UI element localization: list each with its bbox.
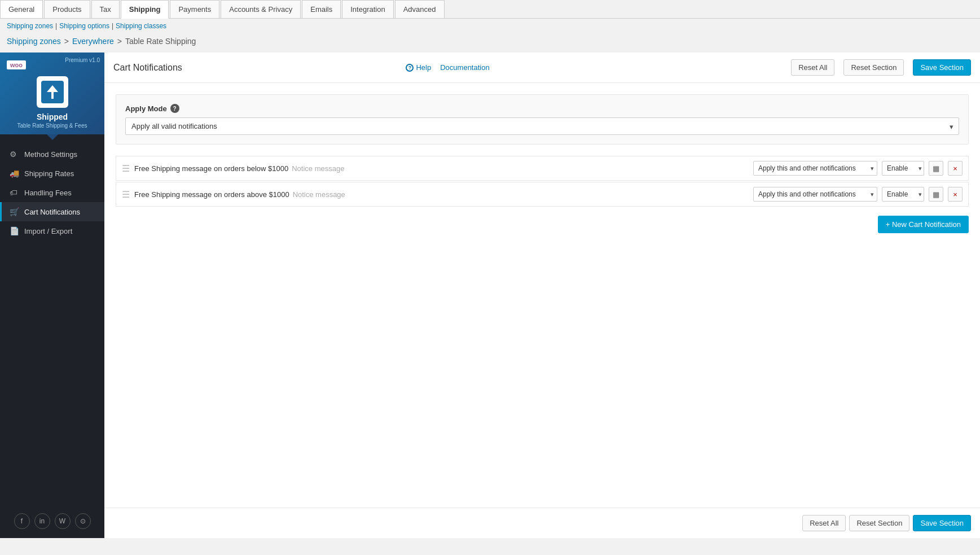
tab-shipping[interactable]: Shipping [121,0,169,19]
tab-tax[interactable]: Tax [91,0,120,18]
page-breadcrumb: Shipping zones>Everywhere>Table Rate Shi… [0,33,980,53]
notif-apply-select-1[interactable]: Apply this and other notificationsApply … [753,187,877,202]
bottom-reset-all-button[interactable]: Reset All [802,515,846,531]
facebook-icon[interactable]: f [14,513,30,529]
cart-icon: 🛒 [10,207,19,216]
notif-apply-wrapper-0: Apply this and other notificationsApply … [753,161,877,176]
help-link[interactable]: ? Help [406,63,431,72]
notif-copy-button-0[interactable]: ▦ [929,161,943,176]
sidebar-footer: f in W ⊙ [0,504,104,538]
wordpress-icon[interactable]: W [55,513,71,529]
sidebar-item-label-method-settings: Method Settings [24,150,77,159]
notif-delete-button-0[interactable]: × [948,161,963,176]
sidebar-item-cart-notifications[interactable]: 🛒Cart Notifications [0,202,104,221]
file-icon: 📄 [10,226,19,235]
bottom-bar: Reset All Reset Section Save Section [104,508,980,538]
page-breadcrumb-shipping-zones[interactable]: Shipping zones [7,37,61,46]
tab-payments[interactable]: Payments [170,0,219,18]
drag-handle-1[interactable]: ☰ [122,189,130,200]
help-circle-icon: ? [406,64,414,72]
sidebar-header: woo Premium v1.0 Shipped Table Rate Ship… [0,53,104,134]
sidebar-logo [37,76,68,108]
apply-mode-select-wrapper: Apply all valid notificationsApply first… [125,117,959,135]
bottom-save-section-button[interactable]: Save Section [913,515,971,531]
notification-list: ☰Free Shipping message on orders below $… [116,156,969,207]
sidebar-item-shipping-rates[interactable]: 🚚Shipping Rates [0,164,104,183]
apply-mode-label: Apply Mode ? [125,104,959,113]
notification-row-1: ☰Free Shipping message on orders above $… [116,182,969,207]
main-layout: woo Premium v1.0 Shipped Table Rate Ship… [0,53,980,538]
premium-badge: Premium v1.0 [65,57,100,63]
notif-apply-wrapper-1: Apply this and other notificationsApply … [753,187,877,202]
notif-delete-button-1[interactable]: × [948,187,963,202]
tab-emails[interactable]: Emails [302,0,341,18]
breadcrumb-link-2[interactable]: Shipping classes [116,22,166,30]
notification-type-1: Notice message [293,190,345,199]
drag-handle-0[interactable]: ☰ [122,163,130,174]
notif-enable-wrapper-0: EnableDisable▾ [882,161,924,176]
breadcrumb-sep-0: | [55,22,57,30]
notification-type-0: Notice message [292,164,344,173]
notification-text-0: Free Shipping message on orders below $1… [134,164,749,173]
tab-integration[interactable]: Integration [342,0,393,18]
page-breadcrumb-sep1: > [64,37,69,46]
notification-main-text-0: Free Shipping message on orders below $1… [134,164,288,173]
sidebar-item-method-settings[interactable]: ⚙Method Settings [0,145,104,164]
page-breadcrumb-current: Table Rate Shipping [125,37,196,46]
notification-row-0: ☰Free Shipping message on orders below $… [116,156,969,181]
apply-mode-help-icon[interactable]: ? [170,104,179,113]
save-section-button[interactable]: Save Section [913,59,971,76]
woo-badge: woo [7,60,26,69]
add-notification-container: + New Cart Notification [116,216,969,233]
sidebar-item-handling-fees[interactable]: 🏷Handling Fees [0,183,104,202]
gear-icon: ⚙ [10,150,19,159]
section-title: Cart Notifications [113,63,397,73]
plugin-name: Shipped [7,112,98,121]
instagram-icon[interactable]: ⊙ [75,513,91,529]
section-header: Cart Notifications ? Help Documentation … [104,53,980,83]
sidebar-arrow [47,134,58,140]
notification-text-1: Free Shipping message on orders above $1… [134,190,749,199]
apply-mode-text: Apply Mode [125,104,167,113]
truck-icon: 🚚 [10,169,19,178]
notif-enable-select-0[interactable]: EnableDisable [882,161,924,176]
linkedin-icon[interactable]: in [34,513,50,529]
reset-all-button[interactable]: Reset All [791,59,834,76]
documentation-link[interactable]: Documentation [440,63,489,72]
notification-main-text-1: Free Shipping message on orders above $1… [134,190,289,199]
notif-enable-select-1[interactable]: EnableDisable [882,187,924,202]
content-area: Cart Notifications ? Help Documentation … [104,53,980,538]
breadcrumb-links: Shipping zones | Shipping options | Ship… [0,19,980,33]
add-notification-button[interactable]: + New Cart Notification [878,216,969,233]
reset-section-button[interactable]: Reset Section [843,59,904,76]
apply-mode-row: Apply Mode ? Apply all valid notificatio… [116,94,969,145]
sidebar-item-label-import-export: Import / Export [24,227,72,235]
sidebar-item-label-handling-fees: Handling Fees [24,189,72,197]
section-body: Apply Mode ? Apply all valid notificatio… [104,83,980,508]
top-tab-bar: GeneralProductsTaxShippingPaymentsAccoun… [0,0,980,19]
sidebar-item-import-export[interactable]: 📄Import / Export [0,221,104,241]
sidebar: woo Premium v1.0 Shipped Table Rate Ship… [0,53,104,538]
breadcrumb-link-1[interactable]: Shipping options [59,22,109,30]
sidebar-nav: ⚙Method Settings🚚Shipping Rates🏷Handling… [0,140,104,504]
apply-mode-select[interactable]: Apply all valid notificationsApply first… [125,117,959,135]
breadcrumb-link-0[interactable]: Shipping zones [7,22,53,30]
tab-advanced[interactable]: Advanced [395,0,445,18]
help-label: Help [416,63,431,72]
sidebar-item-label-cart-notifications: Cart Notifications [24,208,80,216]
tab-accounts-privacy[interactable]: Accounts & Privacy [221,0,301,18]
plugin-subtitle: Table Rate Shipping & Fees [7,123,98,129]
notif-copy-button-1[interactable]: ▦ [929,187,943,202]
tab-general[interactable]: General [0,0,43,18]
sidebar-item-label-shipping-rates: Shipping Rates [24,169,74,178]
breadcrumb-sep-1: | [112,22,113,30]
bottom-reset-section-button[interactable]: Reset Section [849,515,909,531]
notif-apply-select-0[interactable]: Apply this and other notificationsApply … [753,161,877,176]
page-breadcrumb-everywhere[interactable]: Everywhere [72,37,114,46]
notif-enable-wrapper-1: EnableDisable▾ [882,187,924,202]
page-breadcrumb-sep2: > [117,37,122,46]
tag-icon: 🏷 [10,188,19,197]
tab-products[interactable]: Products [44,0,90,18]
